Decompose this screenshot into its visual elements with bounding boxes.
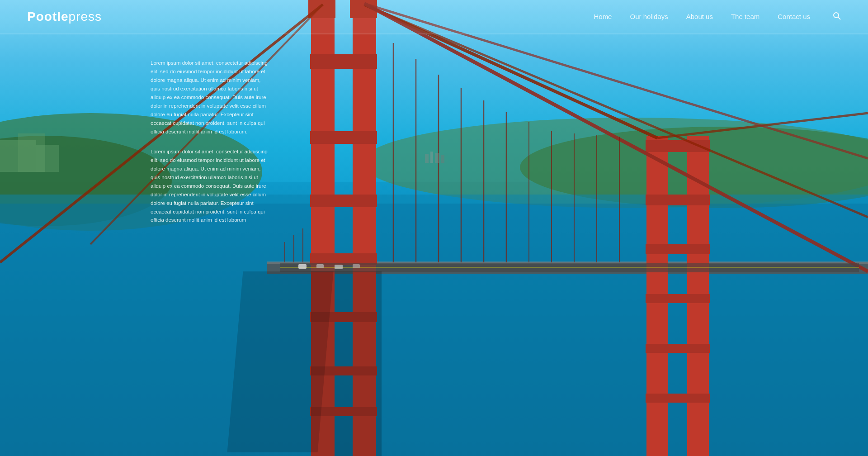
content-overlay: Lorem ipsum dolor sit amet, consectetur … — [151, 59, 268, 236]
svg-rect-22 — [646, 195, 710, 205]
svg-rect-13 — [310, 253, 377, 265]
bridge-illustration — [0, 0, 868, 456]
svg-rect-23 — [646, 244, 710, 254]
svg-rect-49 — [280, 267, 859, 268]
svg-rect-50 — [298, 264, 307, 269]
svg-rect-10 — [310, 54, 377, 69]
svg-rect-5 — [0, 204, 868, 456]
nav-item-about[interactable]: About us — [686, 13, 713, 21]
nav-item-team[interactable]: The team — [731, 13, 760, 21]
search-button[interactable] — [833, 12, 841, 22]
svg-rect-59 — [425, 154, 429, 163]
page-wrapper: Pootlepress Home Our holidays About us T… — [0, 0, 868, 456]
nav-item-home[interactable]: Home — [594, 13, 612, 21]
svg-rect-51 — [316, 264, 324, 268]
svg-rect-53 — [353, 264, 360, 268]
svg-rect-55 — [311, 271, 382, 456]
logo-thin: press — [69, 10, 102, 24]
navbar: Pootlepress Home Our holidays About us T… — [0, 0, 868, 34]
svg-rect-52 — [335, 265, 343, 269]
svg-line-64 — [838, 17, 840, 19]
svg-rect-12 — [310, 195, 377, 207]
logo[interactable]: Pootlepress — [27, 10, 102, 24]
svg-rect-58 — [36, 145, 59, 172]
svg-rect-61 — [435, 153, 439, 163]
navbar-divider — [0, 34, 868, 34]
nav-item-holidays[interactable]: Our holidays — [630, 13, 668, 21]
nav-item-contact[interactable]: Contact us — [778, 13, 810, 21]
svg-rect-11 — [310, 131, 377, 144]
nav-links: Home Our holidays About us The team Cont… — [594, 13, 810, 21]
logo-bold: Pootle — [27, 10, 69, 24]
content-paragraph-1: Lorem ipsum dolor sit amet, consectetur … — [151, 59, 268, 136]
search-icon — [833, 12, 841, 20]
content-paragraph-2: Lorem ipsum dolor sit amet, consectetur … — [151, 147, 268, 225]
svg-rect-24 — [646, 294, 710, 303]
svg-rect-60 — [430, 152, 433, 163]
svg-rect-25 — [646, 344, 710, 353]
svg-rect-26 — [646, 394, 710, 403]
svg-rect-62 — [441, 155, 444, 163]
